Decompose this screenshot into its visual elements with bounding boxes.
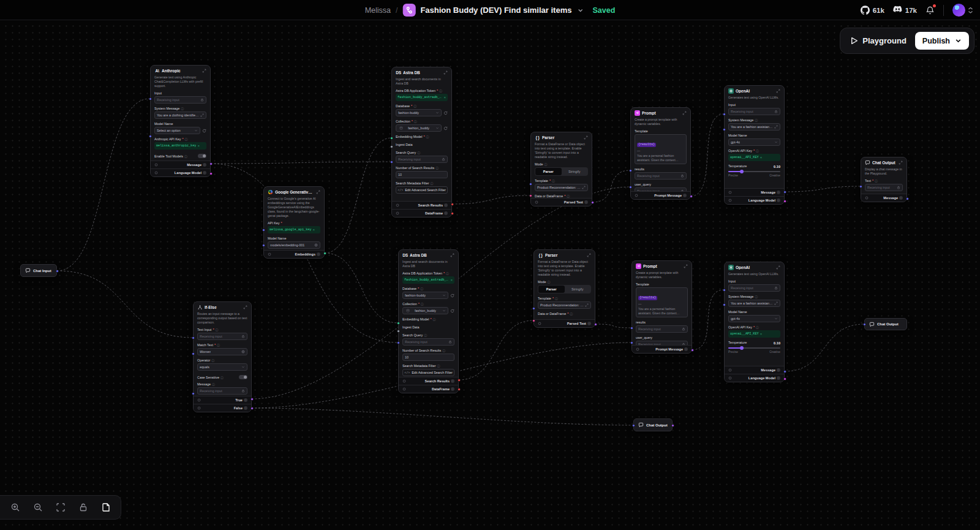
connection-handle[interactable]: [390, 161, 393, 164]
node-header[interactable]: DSAstra DB: [399, 250, 458, 260]
remove-key-icon[interactable]: ×: [313, 228, 315, 232]
advanced-filter-button[interactable]: </>Edit Advanced Search Filter: [402, 369, 454, 376]
text-input-field[interactable]: Receiving input: [636, 341, 688, 345]
text-input-field[interactable]: Receiving input: [636, 325, 688, 333]
node-openai-1[interactable]: OpenAIGenerates text using OpenAI LLMs.I…: [724, 85, 785, 205]
connection-handle[interactable]: [149, 97, 152, 100]
remove-key-icon[interactable]: ×: [760, 156, 763, 159]
flow-edge[interactable]: [452, 195, 530, 204]
connection-handle[interactable]: [783, 200, 786, 203]
template-preview[interactable]: {results}---You are a personal fashion a…: [635, 134, 687, 164]
flow-edge[interactable]: [692, 290, 724, 350]
temperature-slider[interactable]: [728, 171, 780, 172]
expand-node-icon[interactable]: [450, 253, 454, 257]
node-google-genai-embeddings[interactable]: Google Generative AI E...Connect to Goog…: [263, 186, 325, 259]
connection-handle[interactable]: [262, 244, 265, 247]
text-input-field[interactable]: Receiving input: [402, 338, 454, 346]
flow-edge[interactable]: [325, 138, 391, 253]
select-field[interactable]: fashion-buddy: [396, 109, 442, 116]
node-header[interactable]: </Prompt: [632, 261, 692, 271]
expand-node-icon[interactable]: [316, 190, 320, 194]
expand-node-icon[interactable]: [243, 305, 247, 309]
text-input-field[interactable]: Receiving input: [197, 333, 247, 340]
connection-handle[interactable]: [149, 135, 152, 138]
select-field[interactable]: Select an option: [154, 127, 200, 134]
flow-edge[interactable]: [785, 186, 861, 192]
github-stars-button[interactable]: 61k: [861, 6, 884, 15]
connection-handle[interactable]: [397, 330, 400, 333]
node-chat-input[interactable]: Chat Input: [20, 264, 57, 277]
flow-edge[interactable]: [252, 408, 633, 425]
connection-handle[interactable]: [397, 341, 400, 344]
expand-node-icon[interactable]: [682, 111, 687, 115]
flow-edge[interactable]: [57, 271, 193, 338]
node-chat-output-3[interactable]: Chat Output: [633, 418, 673, 431]
output-row-false[interactable]: False: [194, 404, 251, 412]
node-header[interactable]: { }Parser: [531, 132, 592, 142]
node-header[interactable]: { }Parser: [534, 250, 595, 260]
node-header[interactable]: OpenAI: [725, 86, 784, 96]
connection-handle[interactable]: [532, 307, 535, 310]
segment-option[interactable]: Stringify: [565, 286, 591, 293]
playground-button[interactable]: Playground: [850, 36, 907, 45]
connection-handle[interactable]: [323, 252, 326, 255]
segment-option[interactable]: Stringify: [562, 168, 588, 175]
node-astra-db-1[interactable]: DSAstra DBIngest and search documents in…: [391, 67, 452, 218]
add-note-button[interactable]: [96, 498, 116, 517]
text-input-field[interactable]: Women: [197, 348, 247, 355]
connection-handle[interactable]: [192, 336, 195, 339]
node-header[interactable]: DSAstra DB: [392, 67, 451, 77]
connection-handle[interactable]: [262, 229, 265, 232]
zoom-in-button[interactable]: [5, 498, 25, 517]
connection-handle[interactable]: [632, 424, 635, 427]
connection-handle[interactable]: [591, 201, 594, 204]
expand-node-icon[interactable]: [776, 89, 780, 93]
connection-handle[interactable]: [723, 113, 726, 116]
output-row-search-results[interactable]: Search Results: [392, 201, 451, 209]
node-parser-1[interactable]: { }ParserFormat a DataFrame or Data obje…: [530, 132, 592, 206]
notifications-button[interactable]: [925, 6, 935, 15]
connection-handle[interactable]: [192, 392, 195, 395]
text-input-field[interactable]: Receiving input: [635, 172, 687, 180]
flow-edge[interactable]: [459, 320, 533, 380]
api-key-badge[interactable]: fashion_buddy_astradb_...×: [402, 276, 454, 284]
segment-option[interactable]: Parser: [538, 286, 565, 293]
expand-node-icon[interactable]: [684, 264, 688, 268]
node-astra-db-2[interactable]: DSAstra DBIngest and search documents in…: [398, 249, 459, 393]
connection-handle[interactable]: [458, 379, 461, 382]
flow-edge[interactable]: [592, 170, 630, 202]
output-row-search-results[interactable]: Search Results: [399, 377, 458, 385]
node-parser-2[interactable]: { }ParserFormat a DataFrame or Data obje…: [533, 249, 595, 328]
expand-node-icon[interactable]: [584, 135, 588, 140]
connection-handle[interactable]: [723, 289, 726, 292]
remove-key-icon[interactable]: ×: [450, 278, 453, 282]
api-key-badge[interactable]: openai__API_KEY×: [728, 330, 780, 338]
flow-edge[interactable]: [325, 253, 398, 323]
node-header[interactable]: A\Anthropic: [151, 66, 210, 75]
connection-handle[interactable]: [209, 162, 213, 165]
select-field[interactable]: gpt-4o: [728, 315, 780, 322]
text-input-field[interactable]: 10: [396, 171, 448, 178]
connection-handle[interactable]: [529, 194, 532, 197]
remove-key-icon[interactable]: ×: [443, 96, 446, 99]
template-preview[interactable]: {results}---You are a personal fashion a…: [636, 287, 688, 317]
output-row-message[interactable]: Message: [725, 366, 784, 374]
output-row-dataframe[interactable]: DataFrame: [399, 385, 458, 393]
toggle-switch[interactable]: [239, 375, 247, 379]
text-input-field[interactable]: You are a fashion assistant. Limi...: [728, 123, 780, 131]
flow-canvas[interactable]: Chat InputA\AnthropicGenerate text using…: [0, 20, 980, 530]
discord-button[interactable]: 17k: [893, 6, 917, 15]
connection-handle[interactable]: [783, 191, 786, 194]
output-row-message[interactable]: Message: [861, 194, 907, 202]
api-key-badge[interactable]: melissa_google_api_key×: [268, 226, 320, 233]
api-key-badge[interactable]: openai__API_KEY×: [728, 154, 780, 161]
node-openai-2[interactable]: OpenAIGenerates text using OpenAI LLMs.I…: [724, 262, 785, 382]
connection-handle[interactable]: [723, 303, 726, 306]
api-key-badge[interactable]: fashion_buddy_astradb_...×: [396, 94, 448, 101]
flow-edge[interactable]: [57, 99, 150, 271]
select-field[interactable]: fashion-buddy: [402, 292, 448, 299]
connection-handle[interactable]: [390, 145, 393, 148]
remove-key-icon[interactable]: ×: [197, 144, 200, 148]
segment-option[interactable]: Parser: [535, 168, 562, 175]
connection-handle[interactable]: [783, 370, 786, 373]
